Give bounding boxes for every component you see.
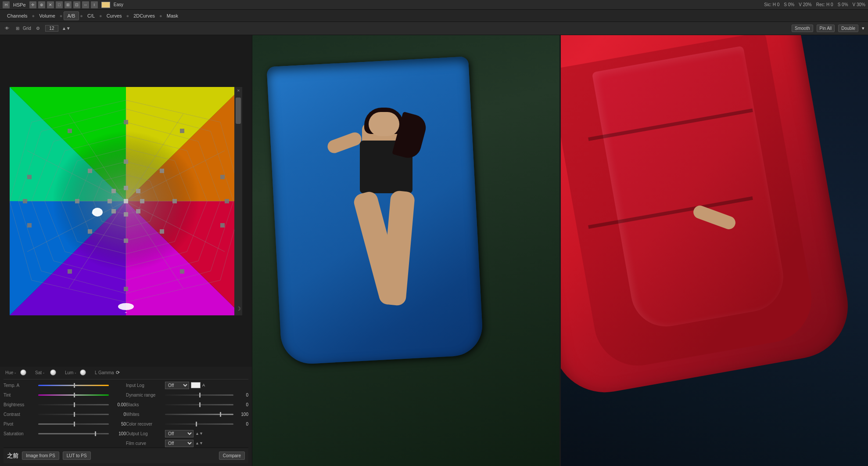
hue-slider-group: Hue - xyxy=(5,369,26,376)
tool-icons: ✛ ⊕ ✕ □ ⊞ ⊡ ↔ I xyxy=(29,1,98,8)
lut-to-ps-button[interactable]: LUT to PS xyxy=(63,452,91,460)
menu-ab[interactable]: A/B xyxy=(64,11,79,20)
dynamic-range-value: 0 xyxy=(235,393,248,397)
output-log-row: Output Log Off Log C ▲▼ xyxy=(126,429,248,438)
output-log-select[interactable]: Off Log C xyxy=(165,430,194,437)
svg-rect-35 xyxy=(136,189,140,193)
compare-button[interactable]: Compare xyxy=(219,452,245,460)
contrast-slider[interactable] xyxy=(38,414,109,415)
image-from-ps-button[interactable]: Image from PS xyxy=(22,452,59,460)
svg-rect-45 xyxy=(160,229,164,234)
saturation-slider[interactable] xyxy=(38,433,109,434)
eye-icon: 👁 xyxy=(4,25,11,32)
dynamic-range-slider[interactable] xyxy=(165,394,233,396)
crosshair-icon[interactable]: ✛ xyxy=(29,1,36,8)
menu-2dcurves[interactable]: 2DCurves xyxy=(130,12,158,20)
zoom-icon[interactable]: ⊕ xyxy=(38,1,45,8)
whites-value: 100 xyxy=(235,412,248,417)
menu-mask[interactable]: Mask xyxy=(163,12,182,20)
input-log-label: Input Log xyxy=(126,383,163,388)
dynamic-range-row: Dynamic range 0 xyxy=(126,390,248,399)
svg-rect-50 xyxy=(124,120,128,124)
brightness-slider[interactable] xyxy=(38,404,109,405)
pin-all-button[interactable]: Pin All xyxy=(817,25,835,32)
film-curve-select[interactable]: Off Film 1 xyxy=(165,440,194,447)
mode-label: Easy xyxy=(114,2,123,7)
film-curve-arrows: ▲▼ xyxy=(195,441,203,445)
grid-number-input[interactable] xyxy=(45,25,58,32)
color-recover-slider[interactable] xyxy=(165,423,233,425)
toolbar-settings[interactable]: ⚙ xyxy=(35,25,42,32)
rec-s-stat: S 0% xyxy=(838,2,848,7)
lgamma-icon: ⟳ xyxy=(116,370,120,376)
tint-row: Tint xyxy=(4,390,126,399)
sic-s-stat: S 0% xyxy=(784,2,794,7)
grid2-icon[interactable]: ⊡ xyxy=(73,1,80,8)
blacks-slider[interactable] xyxy=(165,404,233,405)
menu-curves[interactable]: Curves xyxy=(103,12,126,20)
sat-knob[interactable] xyxy=(50,369,56,376)
menu-channels[interactable]: Channels xyxy=(4,12,31,20)
hue-knob[interactable] xyxy=(20,369,26,376)
before-label: 之前 xyxy=(7,452,18,460)
close-icon[interactable]: ✕ xyxy=(47,1,54,8)
svg-rect-54 xyxy=(220,223,225,228)
pivot-label: Pivot xyxy=(4,422,36,426)
input-log-select[interactable]: Off Log C S-Log2 xyxy=(165,382,189,389)
swap-icon[interactable]: ↔ xyxy=(82,1,89,8)
svg-point-63 xyxy=(118,303,134,310)
cursor-icon[interactable]: I xyxy=(91,1,98,8)
params-left: Temp. A Tint xyxy=(4,381,126,448)
rec-v-stat: V 30% xyxy=(853,2,865,7)
left-panel: ✕ ☽ Hue - Sat - Lum - xyxy=(0,35,252,466)
main-content: ✕ ☽ Hue - Sat - Lum - xyxy=(0,35,868,466)
app-title: HSPe xyxy=(13,2,26,7)
tint-slider[interactable] xyxy=(38,394,109,396)
svg-rect-41 xyxy=(111,189,116,193)
hue-label: Hue - xyxy=(5,370,18,375)
temp-slider[interactable] xyxy=(38,385,109,386)
svg-point-62 xyxy=(92,208,103,217)
svg-rect-55 xyxy=(180,269,184,274)
toolbar-eye[interactable]: 👁 xyxy=(4,25,11,32)
scrollbar[interactable]: ✕ ☽ xyxy=(234,87,242,315)
svg-rect-53 xyxy=(225,199,229,203)
contrast-label: Contrast xyxy=(4,412,36,417)
menu-cl[interactable]: C/L xyxy=(84,12,98,20)
dropdown-icon: ▾ xyxy=(862,25,864,31)
color-wheel-svg[interactable] xyxy=(10,87,242,315)
smooth-button[interactable]: Smooth xyxy=(792,25,813,32)
menu-volume[interactable]: Volume xyxy=(36,12,59,20)
lgamma-slider-group: L Gamma ⟳ xyxy=(95,369,120,376)
toolbar-arrows[interactable]: ▲▼ xyxy=(62,26,71,31)
rect-icon[interactable]: □ xyxy=(56,1,63,8)
sic-h-stat: Sic: H 0 xyxy=(764,2,779,7)
toolbar: 👁 ⊞ Grid ⚙ ▲▼ Smooth Pin All Double ▾ xyxy=(0,22,868,35)
double-button[interactable]: Double xyxy=(838,25,858,32)
color-wheel-container: ✕ ☽ xyxy=(10,87,242,315)
grid-icon[interactable]: ⊞ xyxy=(65,1,72,8)
svg-rect-37 xyxy=(136,209,140,213)
svg-rect-56 xyxy=(124,287,128,291)
menu-bar: Channels ● Volume ● A/B ● C/L ● Curves ●… xyxy=(0,10,868,22)
svg-rect-52 xyxy=(220,175,225,179)
temp-row: Temp. A xyxy=(4,381,126,390)
top-bar: H HSPe ✛ ⊕ ✕ □ ⊞ ⊡ ↔ I Easy Sic: H 0 S 0… xyxy=(0,0,868,10)
toolbar-grid[interactable]: ⊞ Grid xyxy=(14,25,31,32)
temp-label: Temp. A xyxy=(4,383,36,388)
footer-bar: 之前 Image from PS LUT to PS Compare xyxy=(4,448,248,463)
contrast-row: Contrast 0 xyxy=(4,410,126,419)
svg-rect-47 xyxy=(88,229,92,234)
svg-rect-61 xyxy=(68,129,72,133)
sat-slider-group: Sat - xyxy=(35,369,56,376)
whites-slider[interactable] xyxy=(165,414,233,415)
saturation-value: 100 xyxy=(111,431,126,436)
lum-knob[interactable] xyxy=(80,369,86,376)
input-log-row: Input Log Off Log C S-Log2 A xyxy=(126,381,248,390)
brightness-label: Brightness xyxy=(4,402,36,407)
scroll-thumb[interactable] xyxy=(236,98,241,124)
film-curve-row: Film curve Off Film 1 ▲▼ xyxy=(126,439,248,448)
svg-rect-43 xyxy=(160,169,164,173)
pivot-slider[interactable] xyxy=(38,423,109,425)
rec-h-stat: Rec: H 0 xyxy=(816,2,833,7)
